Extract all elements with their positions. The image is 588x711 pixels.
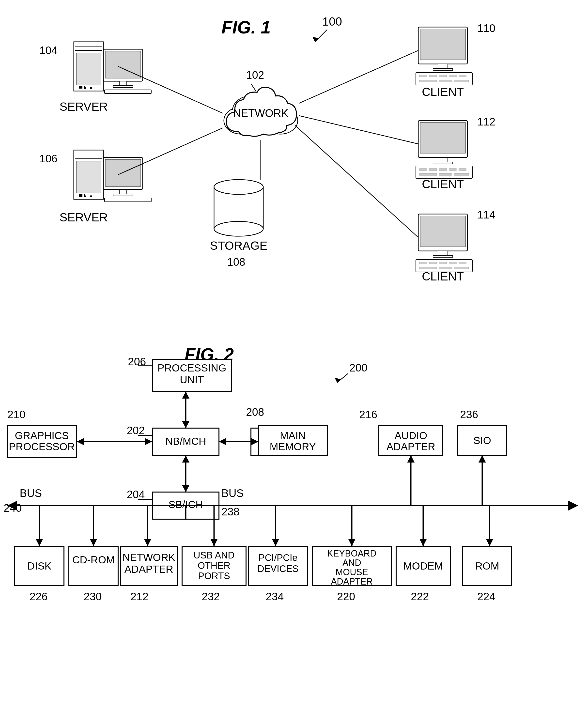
svg-text:230: 230 xyxy=(84,590,102,603)
svg-marker-133 xyxy=(145,438,152,445)
svg-rect-87 xyxy=(419,262,427,264)
svg-text:PROCESSOR: PROCESSOR xyxy=(9,441,75,452)
svg-text:CLIENT: CLIENT xyxy=(422,178,464,191)
svg-rect-78 xyxy=(439,173,452,175)
svg-text:110: 110 xyxy=(477,22,495,34)
svg-marker-116 xyxy=(182,392,190,398)
svg-marker-162 xyxy=(36,539,43,546)
svg-rect-64 xyxy=(454,80,469,82)
svg-text:104: 104 xyxy=(39,44,57,56)
svg-text:220: 220 xyxy=(337,590,355,603)
svg-text:ADAPTER: ADAPTER xyxy=(331,577,373,586)
svg-rect-56 xyxy=(416,72,472,85)
svg-text:USB AND: USB AND xyxy=(194,550,235,560)
svg-text:212: 212 xyxy=(130,590,148,603)
svg-rect-76 xyxy=(459,169,466,171)
svg-line-104 xyxy=(337,373,348,383)
fig2-svg: 200 PROCESSING UNIT 206 NB/MCH 202 MAIN xyxy=(0,340,588,704)
svg-rect-60 xyxy=(449,75,456,77)
svg-text:204: 204 xyxy=(127,488,145,500)
svg-point-29 xyxy=(90,87,92,89)
svg-text:114: 114 xyxy=(477,209,495,221)
svg-text:OTHER: OTHER xyxy=(198,560,231,571)
svg-text:208: 208 xyxy=(246,406,264,418)
svg-rect-53 xyxy=(420,29,465,60)
svg-text:MAIN: MAIN xyxy=(280,430,306,441)
svg-line-100 xyxy=(299,50,418,103)
svg-marker-127 xyxy=(219,438,226,445)
svg-rect-68 xyxy=(420,123,465,153)
svg-line-101 xyxy=(299,116,418,144)
svg-marker-151 xyxy=(568,501,578,511)
svg-rect-73 xyxy=(429,169,437,171)
svg-text:MEMORY: MEMORY xyxy=(270,441,316,452)
svg-marker-141 xyxy=(182,485,190,492)
svg-text:236: 236 xyxy=(460,408,478,421)
svg-rect-85 xyxy=(433,255,453,257)
svg-text:SERVER: SERVER xyxy=(60,211,108,224)
svg-rect-77 xyxy=(419,173,437,175)
svg-text:SERVER: SERVER xyxy=(60,100,108,113)
svg-text:GRAPHICS: GRAPHICS xyxy=(15,430,69,441)
page: FIG. 1 100 xyxy=(0,0,588,711)
svg-rect-61 xyxy=(459,75,466,77)
svg-text:NETWORK: NETWORK xyxy=(123,552,175,563)
svg-rect-35 xyxy=(76,161,101,193)
svg-text:DISK: DISK xyxy=(27,560,51,572)
svg-rect-74 xyxy=(439,169,447,171)
svg-rect-94 xyxy=(454,267,469,269)
svg-text:KEYBOARD: KEYBOARD xyxy=(327,548,376,558)
svg-text:UNIT: UNIT xyxy=(180,374,204,386)
svg-text:102: 102 xyxy=(246,69,264,81)
svg-rect-89 xyxy=(439,262,447,264)
svg-marker-164 xyxy=(90,539,97,546)
svg-rect-59 xyxy=(439,75,447,77)
svg-rect-21 xyxy=(79,86,82,89)
svg-rect-90 xyxy=(449,262,456,264)
svg-text:232: 232 xyxy=(202,590,220,603)
svg-rect-92 xyxy=(419,267,437,269)
fig2-container: FIG. 2 200 PROCESSING UNIT 206 NB/MCH 20… xyxy=(0,340,588,704)
svg-text:210: 210 xyxy=(7,408,25,421)
svg-text:234: 234 xyxy=(266,590,284,603)
svg-rect-42 xyxy=(105,198,151,202)
svg-text:NETWORK: NETWORK xyxy=(233,107,289,119)
fig1-svg: NETWORK 102 xyxy=(0,7,588,327)
svg-text:MODEM: MODEM xyxy=(404,560,443,572)
svg-marker-174 xyxy=(419,539,427,546)
svg-rect-91 xyxy=(459,262,466,264)
svg-rect-58 xyxy=(429,75,437,77)
svg-rect-71 xyxy=(416,166,472,178)
svg-rect-62 xyxy=(419,80,437,82)
svg-marker-166 xyxy=(144,539,151,546)
svg-text:STORAGE: STORAGE xyxy=(210,239,267,252)
svg-text:DEVICES: DEVICES xyxy=(258,564,299,574)
svg-text:BUS: BUS xyxy=(221,487,244,499)
svg-rect-41 xyxy=(113,194,133,196)
svg-text:ROM: ROM xyxy=(475,560,499,572)
svg-text:238: 238 xyxy=(221,505,239,518)
svg-marker-170 xyxy=(272,539,279,546)
svg-text:AND: AND xyxy=(343,558,361,568)
svg-rect-27 xyxy=(105,90,151,93)
svg-point-43 xyxy=(84,195,86,197)
svg-text:PROCESSING: PROCESSING xyxy=(157,362,226,374)
svg-rect-20 xyxy=(76,53,101,85)
svg-marker-117 xyxy=(182,421,190,428)
svg-rect-55 xyxy=(433,68,453,70)
svg-point-49 xyxy=(214,179,263,194)
svg-text:216: 216 xyxy=(359,408,377,421)
svg-text:BUS: BUS xyxy=(20,487,42,499)
svg-text:200: 200 xyxy=(349,362,367,374)
svg-text:MOUSE: MOUSE xyxy=(335,567,368,577)
svg-rect-57 xyxy=(419,75,427,77)
svg-text:202: 202 xyxy=(127,424,145,436)
svg-rect-72 xyxy=(419,169,427,171)
svg-marker-134 xyxy=(77,438,84,445)
svg-rect-79 xyxy=(454,173,469,175)
svg-marker-176 xyxy=(486,539,493,546)
svg-text:PORTS: PORTS xyxy=(198,571,230,581)
svg-rect-88 xyxy=(429,262,437,264)
svg-line-102 xyxy=(295,126,418,237)
svg-marker-172 xyxy=(348,539,355,546)
